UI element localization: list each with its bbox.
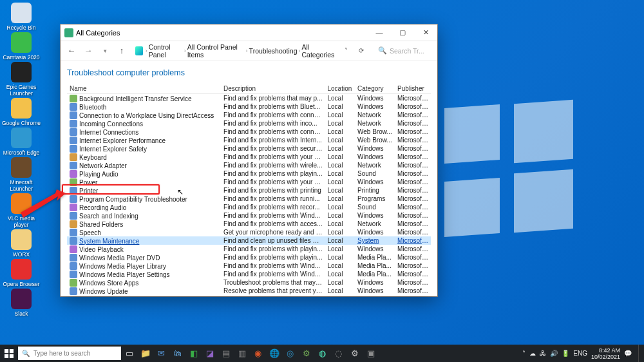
column-location[interactable]: Location xyxy=(325,84,355,94)
troubleshooter-row[interactable]: Windows Media Player DVDFind and fix pro… xyxy=(67,253,431,262)
troubleshooter-row[interactable]: Windows Store AppsTroubleshoot problems … xyxy=(67,278,431,287)
system-tray[interactable]: ˄ ☁ 🖧 🔊 🔋 ENG 8:42 AM 10/02/2021 💬 xyxy=(522,345,644,362)
troubleshooter-row[interactable]: System MaintenanceFind and clean up unus… xyxy=(67,236,431,245)
troubleshooter-row[interactable]: Program Compatibility TroubleshooterFind… xyxy=(67,195,431,203)
search-box[interactable]: 🔍 Search Tr... xyxy=(374,46,433,55)
troubleshooter-icon xyxy=(70,262,77,270)
troubleshooter-row[interactable]: SpeechGet your microphone ready and f...… xyxy=(67,228,431,236)
troubleshooter-row[interactable]: Background Intelligent Transfer ServiceF… xyxy=(67,94,431,103)
pinned-premiere[interactable]: ◪ xyxy=(202,345,218,362)
back-button[interactable]: ← xyxy=(64,46,79,55)
forward-button[interactable]: → xyxy=(81,46,95,55)
start-button[interactable] xyxy=(0,345,18,362)
address-dropdown-button[interactable]: ˅ xyxy=(339,47,352,54)
troubleshooter-icon xyxy=(70,178,77,186)
pinned-snagit[interactable]: ◉ xyxy=(250,345,266,362)
pinned-store[interactable]: 🛍 xyxy=(169,345,185,362)
troubleshooter-row[interactable]: Windows Media Player SettingsFind and fi… xyxy=(67,270,431,278)
troubleshooter-row[interactable]: Search and IndexingFind and fix problems… xyxy=(67,211,431,220)
pinned-app-5[interactable]: ▣ xyxy=(363,345,379,362)
troubleshooter-icon xyxy=(70,153,77,161)
tray-language[interactable]: ENG xyxy=(573,350,587,357)
close-button[interactable]: ✕ xyxy=(414,24,437,41)
address-bar[interactable]: › Control Panel › All Control Panel Item… xyxy=(131,43,337,59)
pinned-app-2[interactable]: ▥ xyxy=(234,345,250,362)
tray-onedrive-icon[interactable]: ☁ xyxy=(529,350,536,357)
column-category[interactable]: Category xyxy=(355,84,395,94)
troubleshooter-icon xyxy=(70,162,77,169)
troubleshooter-row[interactable]: Incoming ConnectionsFind and fix problem… xyxy=(67,119,431,128)
column-publisher[interactable]: Publisher xyxy=(395,84,431,94)
column-name[interactable]: Name xyxy=(67,84,221,94)
pinned-app-4[interactable]: ◌ xyxy=(330,345,346,362)
pinned-camtasia[interactable]: ◧ xyxy=(185,345,202,362)
troubleshooter-row[interactable]: KeyboardFind and fix problems with your … xyxy=(67,153,431,161)
breadcrumb-all-items[interactable]: All Control Panel Items xyxy=(187,43,245,59)
desktop-icon-slack[interactable]: Slack xyxy=(1,289,41,317)
recent-locations-button[interactable]: ▾ xyxy=(98,48,112,54)
troubleshooter-row[interactable]: Internet ConnectionsFind and fix problem… xyxy=(67,128,431,136)
desktop-icon-camtasia-2020[interactable]: Camtasia 2020 xyxy=(1,32,41,61)
tray-volume-icon[interactable]: 🔊 xyxy=(550,350,558,357)
troubleshooter-icon xyxy=(70,245,77,253)
pinned-mail[interactable]: ✉ xyxy=(153,345,169,362)
svg-rect-4 xyxy=(10,354,14,357)
desktop-icon-recycle-bin[interactable]: Recycle Bin xyxy=(1,3,41,31)
desktop-icon-minecraft-launcher[interactable]: Minecraft Launcher xyxy=(1,157,41,192)
troubleshooter-row[interactable]: Internet Explorer SafetyFind and fix pro… xyxy=(67,144,431,153)
pinned-edge[interactable]: ◎ xyxy=(282,345,298,362)
tray-chevron-up-icon[interactable]: ˄ xyxy=(522,350,526,357)
pinned-settings[interactable]: ⚙ xyxy=(346,345,363,362)
show-desktop-button[interactable] xyxy=(638,345,641,362)
breadcrumb-control-panel[interactable]: Control Panel xyxy=(149,43,183,59)
troubleshooter-icon xyxy=(70,212,77,220)
troubleshooter-row[interactable]: BluetoothFind and fix problems with Blue… xyxy=(67,102,431,111)
tray-clock[interactable]: 8:42 AM 10/02/2021 xyxy=(591,347,620,360)
breadcrumb-all-categories[interactable]: All Categories xyxy=(302,43,337,59)
troubleshooter-row[interactable]: Recording AudioFind and fix problems wit… xyxy=(67,203,431,211)
tray-network-icon[interactable]: 🖧 xyxy=(540,350,546,357)
tray-battery-icon[interactable]: 🔋 xyxy=(562,350,569,357)
titlebar[interactable]: All Categories — ▢ ✕ xyxy=(61,24,437,41)
up-button[interactable]: ↑ xyxy=(115,46,129,55)
troubleshooter-row[interactable]: Network AdapterFind and fix problems wit… xyxy=(67,161,431,169)
pinned-chrome[interactable]: 🌐 xyxy=(266,345,282,362)
troubleshooter-row[interactable]: Windows Media Player LibraryFind and fix… xyxy=(67,262,431,270)
troubleshooter-row[interactable]: PowerFind and fix problems with your c..… xyxy=(67,178,431,186)
troubleshooter-row[interactable]: Windows UpdateResolve problems that prev… xyxy=(67,287,431,295)
refresh-button[interactable]: ⟳ xyxy=(355,47,368,54)
troubleshooter-icon xyxy=(70,137,77,144)
maximize-button[interactable]: ▢ xyxy=(391,24,414,41)
troubleshooter-row[interactable]: Video PlaybackFind and fix problems with… xyxy=(67,245,431,253)
desktop-icon-google-chrome[interactable]: Google Chrome xyxy=(1,98,41,126)
troubleshooter-icon xyxy=(70,287,77,295)
desktop-icon-worx[interactable]: WORX xyxy=(1,229,41,258)
desktop-icon-epic-games-launcher[interactable]: Epic Games Launcher xyxy=(1,62,41,97)
taskbar: 🔍 Type here to search ▭ 📁 ✉ 🛍 ◧ ◪ ▤ ▥ ◉ … xyxy=(0,345,644,362)
pinned-app-3[interactable]: ◍ xyxy=(314,345,330,362)
troubleshooter-icon xyxy=(70,254,77,262)
search-placeholder: Search Tr... xyxy=(390,47,424,55)
troubleshooter-row[interactable]: Shared FoldersFind and fix problems with… xyxy=(67,220,431,228)
desktop-icon-opera-browser[interactable]: Opera Browser xyxy=(1,259,41,287)
desktop-icon-microsoft-edge[interactable]: Microsoft Edge xyxy=(1,128,41,156)
taskbar-search[interactable]: 🔍 Type here to search xyxy=(18,347,121,360)
task-view-button[interactable]: ▭ xyxy=(121,345,137,362)
pinned-control-panel[interactable]: ⚙ xyxy=(298,345,314,362)
troubleshooter-row[interactable]: Playing AudioFind and fix problems with … xyxy=(67,169,431,178)
pinned-app-1[interactable]: ▤ xyxy=(218,345,234,362)
svg-rect-1 xyxy=(5,349,8,353)
desktop: Recycle BinCamtasia 2020Epic Games Launc… xyxy=(1,3,46,318)
pinned-explorer[interactable]: 📁 xyxy=(137,345,153,362)
troubleshooter-row[interactable]: Internet Explorer PerformanceFind and fi… xyxy=(67,136,431,144)
troubleshooter-row[interactable]: PrinterFind and fix problems with printi… xyxy=(67,186,431,195)
action-center-button[interactable]: 💬 xyxy=(624,350,632,357)
column-description[interactable]: Description xyxy=(221,84,325,94)
troubleshooter-icon xyxy=(70,204,77,211)
minimize-button[interactable]: — xyxy=(368,24,391,41)
desktop-icon-vlc-media-player[interactable]: VLC media player xyxy=(1,193,41,228)
troubleshooter-row[interactable]: Connection to a Workplace Using DirectAc… xyxy=(67,111,431,119)
troubleshooter-icon xyxy=(70,279,77,287)
troubleshooter-icon xyxy=(70,229,77,236)
breadcrumb-troubleshooting[interactable]: Troubleshooting xyxy=(249,47,298,55)
